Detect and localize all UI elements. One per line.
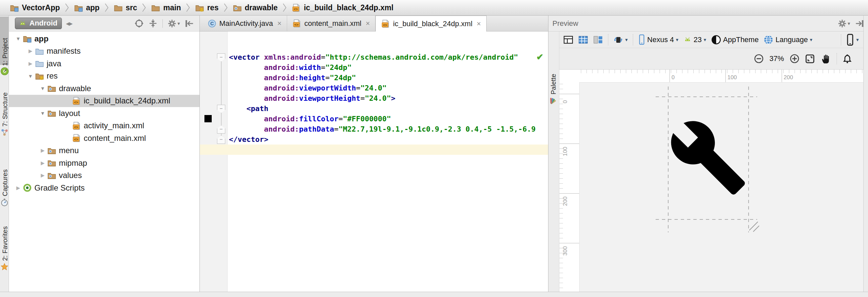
resize-handle[interactable] <box>747 219 761 233</box>
stripe-tab-project[interactable]: 1: Project <box>1 38 9 66</box>
tree-expand-arrow[interactable]: ▼ <box>13 36 23 42</box>
tree-expand-arrow[interactable]: ▶ <box>26 48 35 54</box>
layout-grid-icon[interactable] <box>578 35 588 45</box>
tree-item-menu[interactable]: ▶menu <box>9 144 199 157</box>
tree-item-app[interactable]: ▼app <box>9 32 199 45</box>
zoom-out-button[interactable] <box>754 54 764 64</box>
studio-logo-icon[interactable] <box>0 67 9 76</box>
stripe-tab-structure[interactable]: 7: Structure <box>1 92 9 127</box>
folder-res-icon <box>35 72 44 81</box>
preview-settings-button[interactable]: ▾ <box>838 19 850 28</box>
locate-file-icon[interactable] <box>135 19 144 28</box>
code-line <box>200 144 548 155</box>
project-view-selector[interactable]: Android <box>15 18 62 29</box>
collapse-all-icon[interactable] <box>149 19 157 28</box>
h-ruler: 0100200 <box>579 70 863 82</box>
tree-item-content-main-xml[interactable]: <>content_main.xml <box>9 132 199 144</box>
divider <box>162 19 163 28</box>
device-selector[interactable]: Nexus 4▾ <box>638 34 678 45</box>
zoom-fit-button[interactable] <box>805 54 815 64</box>
gear-icon <box>168 19 176 28</box>
project-settings-button[interactable]: ▾ <box>168 19 180 28</box>
android-head-icon <box>683 35 692 44</box>
code-area: <vector xmlns:android="http://schemas.an… <box>200 52 548 155</box>
inspection-status-icon[interactable]: ✔ <box>536 52 544 62</box>
hide-panel-icon[interactable] <box>185 19 193 28</box>
folder-resource-icon <box>47 171 56 180</box>
divider <box>633 34 633 46</box>
xml-file-icon: <> <box>72 121 81 130</box>
tree-item-drawable[interactable]: ▼drawable <box>9 82 199 95</box>
device-frame-selector[interactable]: ▾ <box>846 34 859 46</box>
preview-canvas[interactable] <box>579 82 863 292</box>
globe-icon <box>764 35 773 45</box>
palette-icon <box>549 97 557 106</box>
view-switch-arrows[interactable]: ◀▶ <box>66 21 72 26</box>
project-view-label: Android <box>29 19 57 28</box>
editor-tab-content-main-xml[interactable]: <>content_main.xml× <box>287 16 375 31</box>
theme-icon <box>711 35 721 45</box>
stripe-tab-captures[interactable]: Captures <box>1 169 9 196</box>
tree-item-gradle-scripts[interactable]: ▶Gradle Scripts <box>9 182 199 194</box>
close-tab-icon[interactable]: × <box>277 19 281 28</box>
tree-expand-arrow[interactable]: ▶ <box>26 61 35 66</box>
layout-split-icon[interactable] <box>593 35 603 45</box>
svg-text:<>: <> <box>294 7 299 11</box>
breadcrumb-item-vectorapp[interactable]: VectorApp <box>10 3 60 12</box>
code-line: android:width="24dp" <box>200 62 548 73</box>
theme-selector[interactable]: AppTheme <box>711 35 759 45</box>
editor-tab-mainactivity-java[interactable]: CMainActivity.java× <box>203 16 287 31</box>
tree-item-mipmap[interactable]: ▶mipmap <box>9 157 199 169</box>
breadcrumb-item-drawable[interactable]: drawable <box>233 3 278 12</box>
tree-item-res[interactable]: ▼res <box>9 70 199 83</box>
tree-expand-arrow[interactable]: ▶ <box>38 147 47 154</box>
theme-label: AppTheme <box>723 35 759 44</box>
breadcrumb-item-res[interactable]: res <box>195 3 219 12</box>
orientation-selector[interactable]: ▾ <box>613 35 628 45</box>
tree-expand-arrow[interactable]: ▶ <box>38 172 47 178</box>
close-tab-icon[interactable]: × <box>477 20 481 28</box>
preview-toolbar: ▾ Nexus 4▾ 23▾ AppTheme Language▾ <box>559 31 863 48</box>
star-icon[interactable] <box>0 263 9 272</box>
phone-icon <box>638 34 645 45</box>
fill-color-swatch[interactable] <box>205 115 212 122</box>
notifications-bell-icon[interactable] <box>842 54 852 64</box>
pan-hand-button[interactable] <box>820 53 831 64</box>
svg-text:<>: <> <box>74 100 79 104</box>
tree-expand-arrow[interactable]: ▶ <box>13 185 23 191</box>
code-line: <path <box>200 103 548 114</box>
tree-item-activity-main-xml[interactable]: <>activity_main.xml <box>9 120 199 132</box>
tree-expand-arrow[interactable]: ▼ <box>38 110 47 116</box>
stopwatch-icon[interactable] <box>0 198 9 208</box>
hide-preview-icon[interactable] <box>856 19 864 28</box>
breadcrumb-item-src[interactable]: src <box>114 3 137 12</box>
chevron-right-icon <box>104 3 109 12</box>
right-tool-stripe <box>863 16 868 292</box>
breadcrumb-item-app[interactable]: app <box>74 3 99 12</box>
tree-item-values[interactable]: ▶values <box>9 169 199 182</box>
structure-icon[interactable] <box>0 128 9 138</box>
editor-tab-ic-build-black-24dp-xml[interactable]: <>ic_build_black_24dp.xml× <box>375 16 487 31</box>
stripe-tab-favorites[interactable]: 2: Favorites <box>1 226 9 261</box>
code-editor[interactable]: − − − − <vector xmlns:android="http://sc… <box>200 31 548 292</box>
close-tab-icon[interactable]: × <box>366 19 370 28</box>
tree-item-layout[interactable]: ▼layout <box>9 107 199 120</box>
tree-item-manifests[interactable]: ▶manifests <box>9 45 199 58</box>
breadcrumb-item-ic-build-black-24dp-xml[interactable]: <>ic_build_black_24dp.xml <box>292 3 393 12</box>
tree-item-ic-build-black-24dp-xml[interactable]: <>ic_build_black_24dp.xml <box>9 95 199 107</box>
tree-item-java[interactable]: ▶java <box>9 57 199 70</box>
language-selector[interactable]: Language▾ <box>764 35 812 45</box>
palette-tab[interactable]: Palette <box>550 74 557 94</box>
xml-file-icon: <> <box>381 19 390 28</box>
folder-resource-icon <box>47 84 56 93</box>
v-ruler: 0100200300 <box>559 82 579 292</box>
layout-table-icon[interactable] <box>563 35 573 45</box>
tree-expand-arrow[interactable]: ▼ <box>38 85 47 91</box>
tree-expand-arrow[interactable]: ▼ <box>26 73 35 79</box>
breadcrumb-item-main[interactable]: main <box>151 3 181 12</box>
api-level-selector[interactable]: 23▾ <box>683 35 706 44</box>
zoom-in-button[interactable] <box>789 54 800 64</box>
folder-resource-icon <box>233 3 242 12</box>
svg-text:<>: <> <box>74 137 79 141</box>
tree-expand-arrow[interactable]: ▶ <box>38 160 47 166</box>
